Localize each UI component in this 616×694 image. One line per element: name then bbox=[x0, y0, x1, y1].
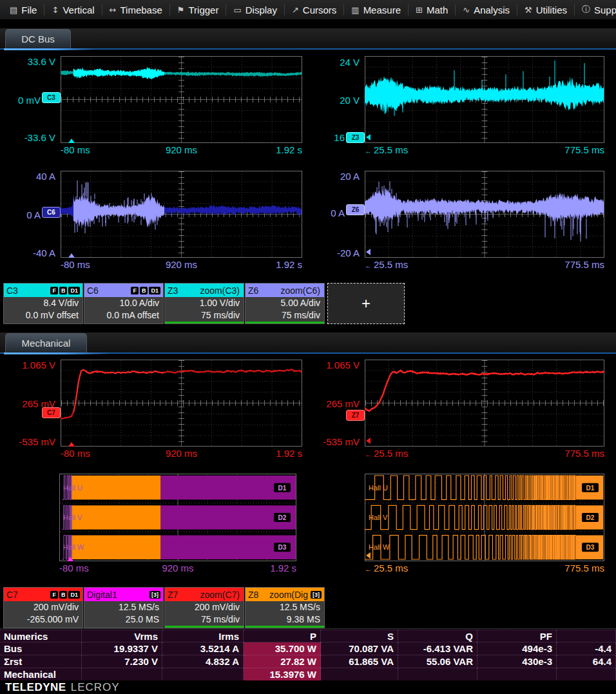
add-trace-button[interactable]: + bbox=[327, 283, 405, 324]
trigger-time-marker[interactable] bbox=[68, 442, 75, 447]
descriptor-badge-B: B bbox=[140, 287, 148, 294]
descriptor-scale-line: 0.0 mV offset bbox=[4, 309, 82, 322]
channel-descriptor-c7[interactable]: C7FBD1200 mV/div-265.000 mV bbox=[3, 587, 83, 628]
numerics-column-header: Q bbox=[398, 630, 477, 642]
numerics-value-cell[interactable] bbox=[82, 668, 162, 681]
numerics-value-cell[interactable]: 55.06 VAR bbox=[398, 655, 477, 668]
channel-name: Z8 bbox=[248, 590, 258, 600]
x-axis-label-text: 775.5 ms bbox=[564, 563, 604, 574]
x-axis-label-text: 1.92 s bbox=[276, 448, 302, 459]
numerics-value-cell[interactable] bbox=[477, 668, 557, 681]
numerics-value-cell[interactable] bbox=[398, 668, 477, 681]
numerics-row-label: Σrst bbox=[0, 655, 82, 668]
z6-level-chip[interactable]: Z6 bbox=[346, 204, 365, 215]
tab-mechanical[interactable]: Mechanical bbox=[5, 333, 87, 352]
numerics-value-cell[interactable]: 35.700 W bbox=[244, 642, 321, 655]
menu-item-analysis[interactable]: ∿Analysis bbox=[456, 0, 517, 19]
numerics-value-cell[interactable]: -6.413 VAR bbox=[398, 642, 477, 655]
numerics-value-cell[interactable]: -4.4 bbox=[557, 642, 616, 655]
brand-teledyne: TELEDYNE bbox=[5, 681, 66, 694]
digital-badge: D3 bbox=[278, 544, 287, 551]
trigger-time-marker[interactable] bbox=[68, 139, 75, 143]
descriptor-badge-D1: D1 bbox=[149, 287, 160, 294]
numerics-value-cell[interactable] bbox=[557, 668, 616, 681]
active-zoom-underline bbox=[165, 626, 244, 628]
numerics-value-cell[interactable]: 3.5214 A bbox=[162, 642, 244, 655]
utilities-icon: ⚒ bbox=[525, 5, 532, 15]
y-axis-label: -535 mV bbox=[0, 436, 55, 447]
menu-item-vertical[interactable]: ↕Vertical bbox=[44, 0, 101, 19]
menu-item-measure[interactable]: ▥Measure bbox=[344, 0, 408, 19]
y-axis-label: 33.6 V bbox=[0, 56, 55, 67]
y-axis-label: 1.065 V bbox=[263, 360, 360, 371]
numerics-value-cell[interactable]: 430e-3 bbox=[477, 655, 557, 668]
trigger-time-marker[interactable] bbox=[67, 557, 73, 561]
c6-level-chip[interactable]: C6 bbox=[42, 207, 61, 218]
x-axis-label: 775.5 ms bbox=[365, 144, 604, 155]
numerics-column-header: Numerics bbox=[0, 630, 82, 642]
z3-zoom-voltage-plot[interactable] bbox=[365, 56, 604, 143]
c7-level-chip[interactable]: C7 bbox=[42, 407, 61, 418]
menu-item-label: Measure bbox=[363, 5, 401, 15]
channel-descriptor-z8[interactable]: Z8zoom(Dig[3]12.5 MS/s9.38 MS bbox=[245, 587, 325, 628]
menu-item-timebase[interactable]: ↔Timebase bbox=[102, 0, 169, 19]
digital-line-label: Hall W bbox=[63, 543, 84, 551]
y-axis-label: 40 A bbox=[0, 171, 55, 182]
channel-descriptor-z3[interactable]: Z3zoom(C3)1.00 V/div75 ms/div bbox=[164, 283, 244, 324]
menu-item-utilities[interactable]: ⚒Utilities bbox=[517, 0, 574, 19]
trigger-time-marker[interactable] bbox=[68, 253, 75, 258]
active-tab-glow bbox=[4, 48, 95, 50]
z7-zoom-speed-plot[interactable] bbox=[365, 360, 604, 447]
channel-descriptor-digital1[interactable]: Digital1[3]12.5 MS/s25.0 MS bbox=[84, 587, 164, 628]
descriptor-scale-line: 1.00 V/div bbox=[165, 297, 244, 309]
digital-hall-bus-plot[interactable]: Hall UD1Hall VD2Hall WD3 bbox=[59, 474, 296, 561]
menu-item-cursors[interactable]: ↗Cursors bbox=[285, 0, 343, 19]
z8-zoom-digital-hall-plot[interactable]: Hall UD1Hall VD2Hall WD3 bbox=[365, 474, 604, 561]
z3-level-chip[interactable]: Z3 bbox=[346, 132, 365, 143]
z7-level-chip[interactable]: Z7 bbox=[346, 410, 365, 421]
cursors-icon: ↗ bbox=[292, 5, 299, 15]
display-icon: ▭ bbox=[233, 5, 241, 15]
brand-lecroy: LECROY bbox=[71, 681, 120, 694]
numerics-value-cell[interactable]: 64.4 bbox=[557, 655, 616, 668]
vertical-icon: ↕ bbox=[52, 5, 59, 15]
numerics-value-cell[interactable]: 27.82 W bbox=[244, 655, 321, 668]
numerics-table: NumericsVrmsIrmsPSQPFBus19.9337 V3.5214 … bbox=[0, 630, 616, 681]
menu-item-label: Display bbox=[245, 5, 277, 15]
channel-descriptor-z7[interactable]: Z7zoom(C7)200 mV/div75 ms/div bbox=[164, 587, 244, 628]
descriptor-scale-line: 12.5 MS/s bbox=[84, 601, 163, 613]
menu-item-file[interactable]: ▤File bbox=[3, 0, 44, 19]
numerics-value-cell[interactable] bbox=[162, 668, 244, 681]
channel-descriptor-c6[interactable]: C6FBD110.0 A/div0.0 mA offset bbox=[84, 283, 164, 324]
channel-descriptor-c3[interactable]: C3FBD18.4 V/div0.0 mV offset bbox=[3, 283, 83, 324]
z6-zoom-current-plot[interactable] bbox=[365, 171, 604, 258]
c3-level-chip[interactable]: C3 bbox=[42, 92, 61, 103]
channel-descriptor-z6[interactable]: Z6zoom(C6)5.00 A/div75 ms/div bbox=[245, 283, 325, 324]
descriptor-badge-F: F bbox=[131, 287, 139, 294]
digital-line-label: Hall V bbox=[63, 514, 82, 521]
menu-item-support[interactable]: ⓘSupport bbox=[575, 0, 616, 19]
descriptor-header: C6FBD1 bbox=[84, 284, 163, 297]
numerics-value-cell[interactable]: 7.230 V bbox=[82, 655, 162, 668]
menu-item-math[interactable]: ⊞Math bbox=[409, 0, 455, 19]
y-axis-label: 20 V bbox=[263, 94, 360, 105]
menu-item-trigger[interactable]: ⚑Trigger bbox=[170, 0, 226, 19]
y-axis-label: -33.6 V bbox=[0, 131, 55, 142]
descriptor-badge-F: F bbox=[50, 287, 58, 294]
numerics-value-cell[interactable]: 61.865 VA bbox=[321, 655, 398, 668]
menu-item-display[interactable]: ▭Display bbox=[226, 0, 284, 19]
numerics-value-cell[interactable]: 494e-3 bbox=[477, 642, 557, 655]
numerics-value-cell[interactable]: 70.087 VA bbox=[321, 642, 398, 655]
numerics-value-cell[interactable]: 15.3976 W bbox=[244, 668, 321, 681]
tab-dc_bus[interactable]: DC Bus bbox=[5, 29, 71, 48]
menu-item-label: Trigger bbox=[188, 5, 218, 15]
numerics-value-cell[interactable]: 19.9337 V bbox=[82, 642, 162, 655]
numerics-value-cell[interactable] bbox=[321, 668, 398, 681]
digital-badge: D1 bbox=[586, 485, 595, 492]
numerics-value-cell[interactable]: 4.832 A bbox=[162, 655, 244, 668]
table-top-separator bbox=[0, 628, 616, 629]
descriptor-header: Z3zoom(C3) bbox=[165, 284, 244, 297]
x-axis-label: 775.5 ms bbox=[365, 259, 604, 270]
x-axis-label: 775.5 ms bbox=[365, 563, 604, 574]
menu-item-label: Cursors bbox=[303, 5, 337, 15]
